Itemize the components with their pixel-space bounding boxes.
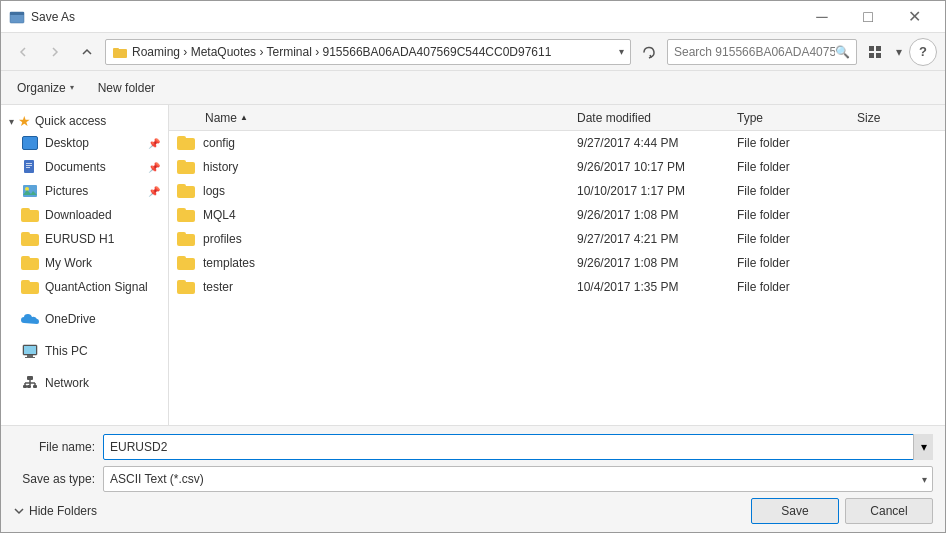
breadcrumb[interactable]: Roaming › MetaQuotes › Terminal › 915566… <box>105 39 631 65</box>
action-buttons: Save Cancel <box>751 498 933 524</box>
folder-icon-config <box>177 134 195 152</box>
view-toggle-button[interactable] <box>861 38 889 66</box>
main-content: ▾ ★ Quick access Desktop 📌 Documents 📌 <box>1 105 945 425</box>
minimize-button[interactable]: ─ <box>799 1 845 33</box>
file-name: history <box>203 160 577 174</box>
quantaction-icon <box>21 278 39 296</box>
filename-row: File name: ▾ <box>13 434 933 460</box>
savetype-select[interactable]: ASCII Text (*.csv) <box>103 466 933 492</box>
sidebar-item-eurusd[interactable]: EURUSD H1 <box>1 227 168 251</box>
svg-rect-5 <box>876 46 881 51</box>
table-row[interactable]: tester 10/4/2017 1:35 PM File folder <box>169 275 945 299</box>
close-button[interactable]: ✕ <box>891 1 937 33</box>
file-date: 10/10/2017 1:17 PM <box>577 184 737 198</box>
back-icon <box>17 46 29 58</box>
nav-bar: Roaming › MetaQuotes › Terminal › 915566… <box>1 33 945 71</box>
up-button[interactable] <box>73 38 101 66</box>
search-input[interactable] <box>674 45 835 59</box>
mywork-icon <box>21 254 39 272</box>
onedrive-label: OneDrive <box>45 312 96 326</box>
title-bar: Save As ─ □ ✕ <box>1 1 945 33</box>
sidebar-item-thispc[interactable]: This PC <box>1 339 168 363</box>
quick-access-header[interactable]: ▾ ★ Quick access <box>1 109 168 131</box>
file-name: config <box>203 136 577 150</box>
search-box[interactable]: 🔍 <box>667 39 857 65</box>
sidebar-item-mywork[interactable]: My Work <box>1 251 168 275</box>
table-row[interactable]: MQL4 9/26/2017 1:08 PM File folder <box>169 203 945 227</box>
refresh-button[interactable] <box>635 38 663 66</box>
file-name: templates <box>203 256 577 270</box>
cancel-button[interactable]: Cancel <box>845 498 933 524</box>
sidebar-item-desktop[interactable]: Desktop 📌 <box>1 131 168 155</box>
view-dropdown-button[interactable]: ▾ <box>891 38 907 66</box>
file-date: 9/26/2017 1:08 PM <box>577 208 737 222</box>
col-name-header[interactable]: Name ▲ <box>177 111 577 125</box>
organize-button[interactable]: Organize ▾ <box>9 75 82 101</box>
svg-rect-8 <box>24 160 34 173</box>
documents-label: Documents <box>45 160 106 174</box>
eurusd-icon <box>21 230 39 248</box>
sidebar-item-onedrive[interactable]: OneDrive <box>1 307 168 331</box>
svg-rect-3 <box>113 48 119 51</box>
col-date-header[interactable]: Date modified <box>577 111 737 125</box>
sidebar-item-network[interactable]: Network <box>1 371 168 395</box>
file-type: File folder <box>737 256 857 270</box>
sidebar-item-quantaction[interactable]: QuantAction Signal <box>1 275 168 299</box>
svg-rect-7 <box>876 53 881 58</box>
svg-rect-21 <box>27 385 31 388</box>
back-button[interactable] <box>9 38 37 66</box>
quantaction-label: QuantAction Signal <box>45 280 148 294</box>
hide-folders-toggle[interactable]: Hide Folders <box>13 504 97 518</box>
file-list: Name ▲ Date modified Type Size config 9/… <box>169 105 945 425</box>
file-type: File folder <box>737 160 857 174</box>
file-name: MQL4 <box>203 208 577 222</box>
sidebar-item-documents[interactable]: Documents 📌 <box>1 155 168 179</box>
table-row[interactable]: history 9/26/2017 10:17 PM File folder <box>169 155 945 179</box>
new-folder-button[interactable]: New folder <box>90 75 163 101</box>
pictures-icon <box>21 182 39 200</box>
svg-rect-16 <box>27 355 33 357</box>
file-date: 9/27/2017 4:21 PM <box>577 232 737 246</box>
network-icon <box>21 374 39 392</box>
savetype-select-wrapper: ASCII Text (*.csv) ▾ <box>103 466 933 492</box>
window-icon <box>9 9 25 25</box>
documents-icon <box>21 158 39 176</box>
folder-icon <box>112 44 128 60</box>
file-date: 10/4/2017 1:35 PM <box>577 280 737 294</box>
save-button[interactable]: Save <box>751 498 839 524</box>
folder-icon-logs <box>177 182 195 200</box>
table-row[interactable]: templates 9/26/2017 1:08 PM File folder <box>169 251 945 275</box>
help-button[interactable]: ? <box>909 38 937 66</box>
breadcrumb-dropdown[interactable]: ▾ <box>619 46 624 57</box>
filename-dropdown-arrow[interactable]: ▾ <box>913 434 933 460</box>
filename-input[interactable] <box>103 434 933 460</box>
separator-1 <box>1 299 168 307</box>
sidebar-item-downloaded[interactable]: Downloaded <box>1 203 168 227</box>
thispc-icon <box>21 342 39 360</box>
title-bar-controls: ─ □ ✕ <box>799 1 937 33</box>
forward-icon <box>49 46 61 58</box>
up-icon <box>81 46 93 58</box>
svg-rect-19 <box>23 385 27 388</box>
table-row[interactable]: config 9/27/2017 4:44 PM File folder <box>169 131 945 155</box>
table-row[interactable]: profiles 9/27/2017 4:21 PM File folder <box>169 227 945 251</box>
svg-rect-17 <box>25 357 35 358</box>
savetype-row: Save as type: ASCII Text (*.csv) ▾ <box>13 466 933 492</box>
maximize-button[interactable]: □ <box>845 1 891 33</box>
svg-rect-10 <box>26 165 32 166</box>
sidebar-item-pictures[interactable]: Pictures 📌 <box>1 179 168 203</box>
network-label: Network <box>45 376 89 390</box>
forward-button[interactable] <box>41 38 69 66</box>
sidebar: ▾ ★ Quick access Desktop 📌 Documents 📌 <box>1 105 169 425</box>
svg-rect-4 <box>869 46 874 51</box>
quick-access-label: Quick access <box>35 114 106 128</box>
quick-access-icon: ★ <box>18 113 31 129</box>
col-type-header[interactable]: Type <box>737 111 857 125</box>
hide-folders-label: Hide Folders <box>29 504 97 518</box>
folder-icon-profiles <box>177 230 195 248</box>
mywork-label: My Work <box>45 256 92 270</box>
table-row[interactable]: logs 10/10/2017 1:17 PM File folder <box>169 179 945 203</box>
file-name: profiles <box>203 232 577 246</box>
file-name: tester <box>203 280 577 294</box>
col-size-header[interactable]: Size <box>857 111 937 125</box>
